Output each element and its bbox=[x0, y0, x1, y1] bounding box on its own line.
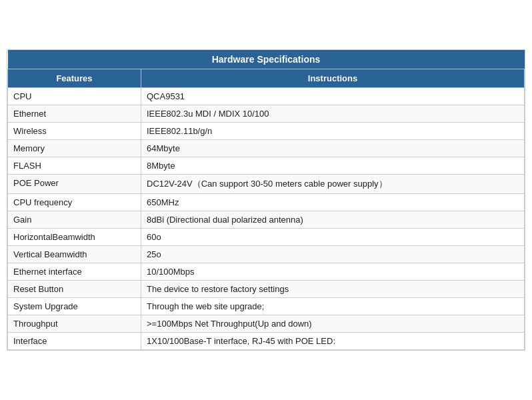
instruction-cell: 8Mbyte bbox=[141, 157, 525, 175]
table-row: Throughput>=100Mbps Net Throughput(Up an… bbox=[8, 315, 525, 333]
feature-cell: Ethernet interface bbox=[8, 263, 141, 281]
instruction-cell: 10/100Mbps bbox=[141, 263, 525, 281]
instruction-cell: IEEE802.3u MDI / MDIX 10/100 bbox=[141, 105, 525, 123]
instruction-cell: 1X10/100Base-T interface, RJ-45 with POE… bbox=[141, 333, 525, 350]
feature-cell: Memory bbox=[8, 140, 141, 157]
instruction-cell: DC12V-24V（Can support 30-50 meters cable… bbox=[141, 175, 525, 194]
table-row: System UpgradeThrough the web site upgra… bbox=[8, 298, 525, 315]
table-row: WirelessIEEE802.11b/g/n bbox=[8, 123, 525, 140]
features-header: Features bbox=[8, 69, 141, 88]
feature-cell: System Upgrade bbox=[8, 298, 141, 315]
table-row: Gain8dBi (Directional dual polarized ant… bbox=[8, 211, 525, 229]
feature-cell: POE Power bbox=[8, 175, 141, 194]
feature-cell: Ethernet bbox=[8, 105, 141, 123]
feature-cell: Interface bbox=[8, 333, 141, 350]
feature-cell: Wireless bbox=[8, 123, 141, 140]
instruction-cell: 60o bbox=[141, 229, 525, 246]
table-row: FLASH8Mbyte bbox=[8, 157, 525, 175]
instruction-cell: Through the web site upgrade; bbox=[141, 298, 525, 315]
instruction-cell: 650MHz bbox=[141, 194, 525, 211]
table-title: Hardware Specifications bbox=[8, 50, 525, 69]
table-body: CPUQCA9531EthernetIEEE802.3u MDI / MDIX … bbox=[8, 88, 525, 350]
table-row: EthernetIEEE802.3u MDI / MDIX 10/100 bbox=[8, 105, 525, 123]
feature-cell: CPU frequency bbox=[8, 194, 141, 211]
instruction-cell: The device to restore factory settings bbox=[141, 281, 525, 298]
header-row: Features Instructions bbox=[8, 69, 525, 88]
table-row: Memory64Mbyte bbox=[8, 140, 525, 157]
table-row: CPUQCA9531 bbox=[8, 88, 525, 105]
instruction-cell: QCA9531 bbox=[141, 88, 525, 105]
hardware-specs-wrapper: Hardware Specifications Features Instruc… bbox=[7, 49, 525, 351]
feature-cell: Gain bbox=[8, 211, 141, 229]
feature-cell: CPU bbox=[8, 88, 141, 105]
table-row: Ethernet interface10/100Mbps bbox=[8, 263, 525, 281]
feature-cell: Throughput bbox=[8, 315, 141, 333]
instruction-cell: 25o bbox=[141, 246, 525, 263]
feature-cell: HorizontalBeamwidth bbox=[8, 229, 141, 246]
table-row: Vertical Beamwidth25o bbox=[8, 246, 525, 263]
table-row: HorizontalBeamwidth60o bbox=[8, 229, 525, 246]
table-row: Reset ButtonThe device to restore factor… bbox=[8, 281, 525, 298]
feature-cell: FLASH bbox=[8, 157, 141, 175]
instruction-cell: IEEE802.11b/g/n bbox=[141, 123, 525, 140]
instructions-header: Instructions bbox=[141, 69, 525, 88]
hardware-specs-table: Hardware Specifications Features Instruc… bbox=[7, 50, 525, 350]
instruction-cell: 8dBi (Directional dual polarized antenna… bbox=[141, 211, 525, 229]
instruction-cell: >=100Mbps Net Throughput(Up and down) bbox=[141, 315, 525, 333]
feature-cell: Reset Button bbox=[8, 281, 141, 298]
table-row: POE PowerDC12V-24V（Can support 30-50 met… bbox=[8, 175, 525, 194]
instruction-cell: 64Mbyte bbox=[141, 140, 525, 157]
feature-cell: Vertical Beamwidth bbox=[8, 246, 141, 263]
title-row: Hardware Specifications bbox=[8, 50, 525, 69]
table-row: Interface1X10/100Base-T interface, RJ-45… bbox=[8, 333, 525, 350]
table-row: CPU frequency650MHz bbox=[8, 194, 525, 211]
